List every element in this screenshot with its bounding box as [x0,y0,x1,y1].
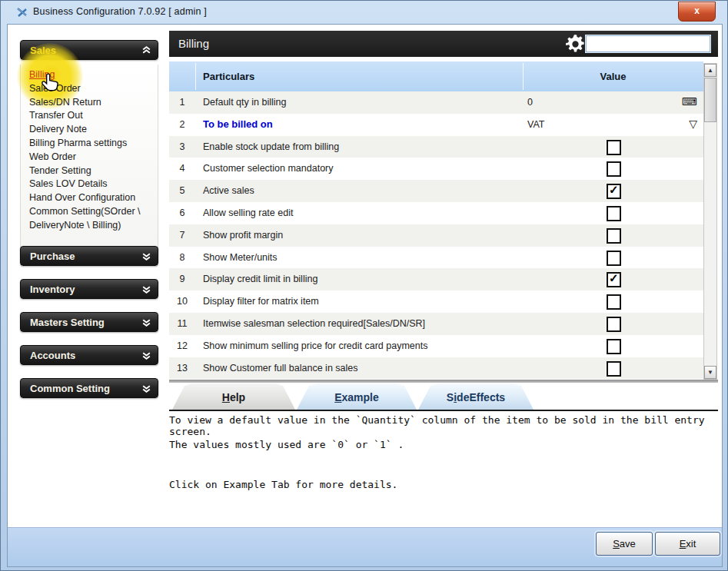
checkbox[interactable] [607,361,621,377]
chevron-double-up-icon [141,45,151,55]
checkbox[interactable] [607,206,621,221]
exit-button[interactable]: Exit [655,532,720,556]
chevron-double-down-icon [141,350,151,360]
row-particular: Show profit margin [203,230,283,241]
tab-help[interactable]: Help [172,383,295,410]
table-bottom-divider [169,380,718,383]
checkbox[interactable] [607,294,621,310]
close-button[interactable]: x [678,2,716,22]
tab-example[interactable]: Example [297,383,417,410]
window-title: Business Configuration 7.0.92 [ admin ] [33,6,207,17]
sidebar-section-masters-setting[interactable]: Masters Setting [20,312,158,332]
row-value[interactable]: VAT [527,119,544,130]
table-body: 1 Default qty in billing 0 ⌨ 2 To be bil… [169,91,703,379]
sidebar-section-accounts[interactable]: Accounts [20,345,158,365]
chevron-double-down-icon [141,383,151,393]
app-window: Business Configuration 7.0.92 [ admin ] … [0,0,728,571]
keyboard-icon[interactable]: ⌨ [682,95,697,108]
scroll-up-button[interactable]: ▲ [704,64,716,77]
help-text-line: Click on Example Tab for more details. [169,479,397,490]
checkbox[interactable]: ✓ [607,272,621,287]
client-area: Sales Billing Sales Order Sales/DN Retur… [7,24,723,567]
dropdown-icon[interactable]: ▽ [689,118,697,130]
row-particular: Itemwise salesman selection required[Sal… [203,318,425,329]
save-button[interactable]: Save [596,532,653,556]
row-particular: Enable stock update from billing [203,141,339,152]
table-row[interactable]: 12 Show minimum selling price for credit… [169,335,703,357]
chevron-double-down-icon [141,284,151,294]
checkbox[interactable] [607,228,621,244]
checkbox[interactable] [607,317,621,332]
checkbox[interactable]: ✓ [607,184,621,199]
page-title: Billing [178,37,209,50]
sidebar-item-transfer-out[interactable]: Transfer Out [29,109,154,123]
table-header: Particulars Value [169,61,703,91]
checkmark-icon: ✓ [609,271,619,285]
sidebar-item-sales-dn-return[interactable]: Sales/DN Return [29,96,154,110]
help-text-line: To view a default value in the `Quantity… [169,414,722,437]
sidebar-item-sales-lov-details[interactable]: Sales LOV Details [29,178,154,191]
column-header-value: Value [523,71,703,82]
sidebar-item-billing-pharma-settings[interactable]: Billing Pharma settings [29,137,154,151]
row-value[interactable]: 0 [527,97,533,108]
column-header-particulars: Particulars [203,71,254,82]
page-header: Billing [169,31,718,57]
table-row[interactable]: 2 To be billed on VAT ▽ [169,114,703,136]
tab-sideeffects[interactable]: SideEffects [418,383,534,410]
row-particular: Active sales [203,185,254,196]
title-bar: Business Configuration 7.0.92 [ admin ] … [1,1,727,24]
checkbox[interactable] [607,140,621,155]
row-particular: Allow selling rate edit [203,207,293,218]
sidebar-item-tender-setting[interactable]: Tender Setting [29,164,154,178]
row-number: 7 [169,230,195,241]
gear-icon[interactable] [565,34,586,55]
table-row[interactable]: 8 Show Meter/units [169,247,703,269]
table-row[interactable]: 7 Show profit margin [169,224,703,247]
section-label-inventory: Inventory [30,284,75,295]
tab-underline [169,410,718,411]
sidebar-item-hand-over-configuration[interactable]: Hand Over Configuration [29,191,154,205]
table-row[interactable]: 6 Allow selling rate edit [169,202,703,224]
sidebar-section-purchase[interactable]: Purchase [20,246,158,266]
sidebar-item-delivery-note[interactable]: Delivery Note [29,123,154,137]
table-row[interactable]: 11 Itemwise salesman selection required[… [169,313,703,335]
header-search-input[interactable] [586,35,710,52]
scroll-down-button[interactable]: ▼ [704,366,716,379]
table-row[interactable]: 3 Enable stock update from billing [169,136,703,158]
table-row[interactable]: 4 Customer selection mandatory [169,158,703,180]
table-row[interactable]: 5 Active sales ✓ [169,180,703,202]
sidebar-item-web-order[interactable]: Web Order [29,151,154,164]
table-row[interactable]: 13 Show Customer full balance in sales [169,357,703,380]
section-label-accounts: Accounts [30,350,75,361]
checkbox[interactable] [607,339,621,354]
section-label-common-setting: Common Setting [30,383,110,394]
checkbox[interactable] [607,251,621,266]
checkbox[interactable] [607,161,621,177]
row-number: 3 [169,141,195,152]
table-row[interactable]: 9 Display credit limit in billing ✓ [169,268,703,290]
scrollbar-thumb[interactable] [704,78,716,122]
sidebar-section-common-setting[interactable]: Common Setting [20,378,158,398]
sidebar-section-inventory[interactable]: Inventory [20,279,158,299]
row-number: 11 [169,318,195,329]
chevron-double-down-icon [141,251,151,261]
row-particular: Show minimum selling price for credit ca… [203,340,427,351]
row-number: 8 [169,252,195,263]
row-number: 10 [169,296,195,307]
table-row[interactable]: 10 Display filter for matrix item [169,290,703,313]
row-particular: Show Customer full balance in sales [203,363,358,373]
help-text-line: The values mostly used are `0` or `1` . [169,439,404,450]
vertical-scrollbar[interactable]: ▲ ▼ [703,63,717,380]
row-number: 6 [169,207,195,218]
checkmark-icon: ✓ [609,183,619,197]
row-particular: To be billed on [203,118,273,130]
row-particular: Customer selection mandatory [203,163,334,174]
row-particular: Default qty in billing [203,97,286,108]
tab-bar: Help Example SideEffects [169,383,718,410]
table-row[interactable]: 1 Default qty in billing 0 ⌨ [169,91,703,114]
sidebar-item-common-setting-sorder[interactable]: Common Setting(SOrder \ DeliveryNote \ B… [29,205,154,233]
column-divider [195,63,196,90]
row-number: 13 [169,363,195,373]
row-number: 4 [169,163,195,174]
row-number: 5 [169,185,195,196]
